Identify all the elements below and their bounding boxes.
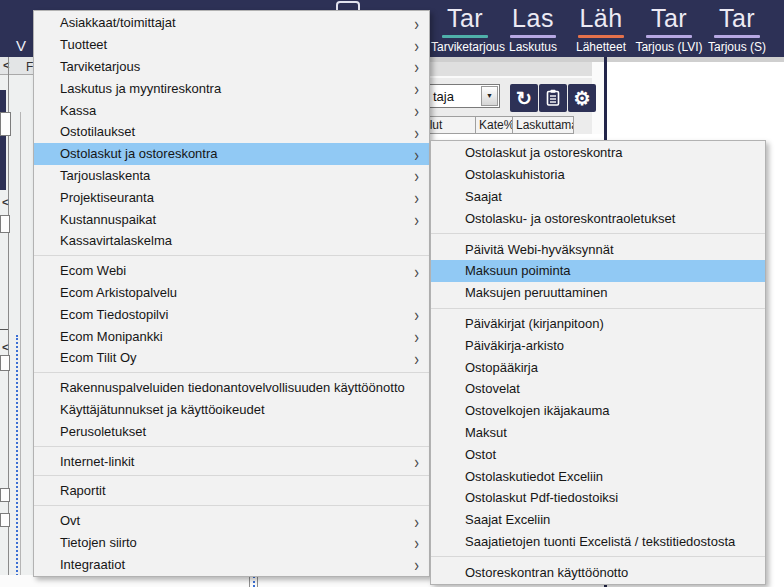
collapse-panel-icon[interactable]: <	[2, 342, 8, 353]
submenu-item[interactable]: Maksut	[431, 422, 765, 444]
menu-item-label: Perusoletukset	[60, 424, 146, 439]
submenu-arrow-icon: ›	[414, 122, 419, 141]
menu-item[interactable]: Rakennuspalveluiden tiedonantovelvollisu…	[34, 377, 429, 399]
collapse-panel-icon[interactable]: <	[2, 197, 8, 208]
tab-label: Tarjous (S)	[703, 41, 771, 54]
menu-item-label: Kassa	[60, 103, 96, 118]
submenu-item[interactable]: Ostolasku- ja ostoreskontraoletukset	[431, 207, 765, 229]
menu-item[interactable]: Ostolaskut ja ostoreskontra ›	[34, 143, 429, 165]
submenu-arrow-icon: ›	[414, 166, 419, 185]
submenu-arrow-icon: ›	[414, 35, 419, 54]
tab-abbreviation: Läh	[567, 0, 635, 35]
splitter-dotted-line[interactable]	[16, 335, 18, 587]
submenu-item[interactable]: Ostolaskut ja ostoreskontra	[431, 142, 765, 164]
menu-item[interactable]: Käyttäjätunnukset ja käyttöoikeudet ›	[34, 399, 429, 421]
tab-abbreviation: Tar	[635, 0, 703, 35]
submenu-item[interactable]: Saajatietojen tuonti Excelistä / tekstit…	[431, 531, 765, 553]
menu-item-label: Kassavirtalaskelma	[60, 233, 172, 248]
menu-item[interactable]: Ovt ›	[34, 510, 429, 532]
submenu-item[interactable]: Ostopääkirja	[431, 356, 765, 378]
grid-header-row: ulut Kate% Laskuttamatta	[420, 116, 574, 134]
submenu-item[interactable]: Ostolaskutiedot Exceliin	[431, 465, 765, 487]
menu-item[interactable]: Ecom Monipankki ›	[34, 325, 429, 347]
clipboard-icon	[544, 89, 562, 107]
menu-item[interactable]: Tarviketarjous ›	[34, 56, 429, 78]
dropdown-value-fragment: taja	[433, 89, 454, 104]
menu-separator	[34, 502, 429, 510]
submenu-arrow-icon: ›	[414, 327, 419, 346]
submenu-item-label: Ostovelat	[465, 381, 520, 396]
submenu-item-label: Ostolaskut Pdf-tiedostoiksi	[465, 490, 618, 505]
submenu-item[interactable]: Ostolaskut Pdf-tiedostoiksi	[431, 487, 765, 509]
menu-item[interactable]: Ecom Arkistopalvelu ›	[34, 282, 429, 304]
submenu-item[interactable]: Ostovelat	[431, 378, 765, 400]
app-tab[interactable]: Las Laskutus	[499, 0, 567, 57]
submenu-arrow-icon: ›	[414, 188, 419, 207]
menu-item[interactable]: Internet-linkit ›	[34, 450, 429, 472]
menu-item[interactable]: Ecom Tilit Oy ›	[34, 347, 429, 369]
tab-label: Lähetteet	[567, 41, 635, 54]
menu-item[interactable]: Ecom Webi ›	[34, 260, 429, 282]
submenu-item[interactable]: Maksuun poiminta	[431, 260, 765, 282]
submenu-item[interactable]: Päiväkirja-arkisto	[431, 334, 765, 356]
menu-item-label: Kustannuspaikat	[60, 212, 156, 227]
submenu-item-label: Ostolaskuhistoria	[465, 167, 565, 182]
menu-item-label: Laskutus ja myyntireskontra	[60, 81, 221, 96]
submenu-item-label: Päiväkirja-arkisto	[465, 338, 564, 353]
menu-item[interactable]: Laskutus ja myyntireskontra ›	[34, 77, 429, 99]
menu-separator	[431, 304, 765, 313]
submenu-arrow-icon: ›	[414, 533, 419, 552]
grid-column-header[interactable]: Kate%	[475, 116, 513, 134]
panel-fragment	[0, 488, 10, 502]
settings-button[interactable]: ⚙	[568, 84, 596, 112]
menu-item[interactable]: Raportit ›	[34, 480, 429, 502]
submenu-item[interactable]: Saajat Exceliin	[431, 509, 765, 531]
menu-item[interactable]: Tuotteet ›	[34, 34, 429, 56]
app-tab[interactable]: Tar Tarjous (S)	[703, 0, 771, 57]
submenu-item[interactable]: Saajat	[431, 186, 765, 208]
menu-item-label: Tarviketarjous	[60, 59, 140, 74]
menu-item[interactable]: Integraatiot ›	[34, 553, 429, 575]
menu-item-label: Tarjouslaskenta	[60, 168, 150, 183]
app-tab[interactable]: Läh Lähetteet	[567, 0, 635, 57]
submenu-item[interactable]: Ostolaskuhistoria	[431, 164, 765, 186]
submenu-arrow-icon: ›	[414, 261, 419, 280]
menu-item[interactable]: Kustannuspaikat ›	[34, 208, 429, 230]
left-tabband: < F	[0, 57, 33, 75]
menu-item-label: Ecom Webi	[60, 263, 126, 278]
submenu-item[interactable]: Päivitä Webi-hyväksynnät	[431, 238, 765, 260]
vertical-splitter-handle[interactable]	[249, 576, 259, 587]
owner-select-dropdown[interactable]: taja ▼	[420, 84, 500, 108]
clipboard-button[interactable]	[539, 84, 567, 112]
submenu-item-label: Ostot	[465, 447, 496, 462]
menu-item-label: Ecom Monipankki	[60, 329, 163, 344]
submenu-item[interactable]: Ostovelkojen ikäjakauma	[431, 400, 765, 422]
menu-item[interactable]: Asiakkaat/toimittajat ›	[34, 12, 429, 34]
menu-item[interactable]: Ostotilaukset ›	[34, 121, 429, 143]
menu-item[interactable]: Kassavirtalaskelma ›	[34, 230, 429, 252]
menu-item[interactable]: Projektiseuranta ›	[34, 186, 429, 208]
menu-item[interactable]: Tarjouslaskenta ›	[34, 165, 429, 187]
menu-item[interactable]: Kassa ›	[34, 99, 429, 121]
tab-underline	[510, 35, 556, 38]
menu-item[interactable]: Perusoletukset ›	[34, 420, 429, 442]
menu-item[interactable]: Ecom Tiedostopilvi ›	[34, 303, 429, 325]
menu-separator	[34, 252, 429, 260]
submenu-item-label: Saajat	[465, 189, 502, 204]
menu-item[interactable]: Tietojen siirto ›	[34, 532, 429, 554]
submenu-item[interactable]: Maksujen peruuttaminen	[431, 282, 765, 304]
menu-item-label: Ostolaskut ja ostoreskontra	[60, 146, 218, 161]
toolbar-buttons: ↻ ⚙	[510, 84, 596, 112]
submenu-item[interactable]: Ostot	[431, 443, 765, 465]
submenu-item[interactable]: Ostoreskontran käyttöönotto	[431, 561, 765, 583]
menu-item-label: Internet-linkit	[60, 454, 134, 469]
app-tab[interactable]: Tar Tarjous (LVI)	[635, 0, 703, 57]
app-tab[interactable]: Tar Tarviketarjous	[431, 0, 499, 57]
refresh-button[interactable]: ↻	[510, 84, 538, 112]
submenu-item-label: Ostolasku- ja ostoreskontraoletukset	[465, 211, 675, 226]
chevron-down-icon[interactable]: ▼	[481, 86, 498, 106]
submenu-item[interactable]: Päiväkirjat (kirjanpitoon)	[431, 313, 765, 335]
panel-fragment	[0, 355, 10, 371]
menu-item-label: Ostotilaukset	[60, 124, 135, 139]
grid-column-header[interactable]: Laskuttamatta	[512, 116, 574, 134]
